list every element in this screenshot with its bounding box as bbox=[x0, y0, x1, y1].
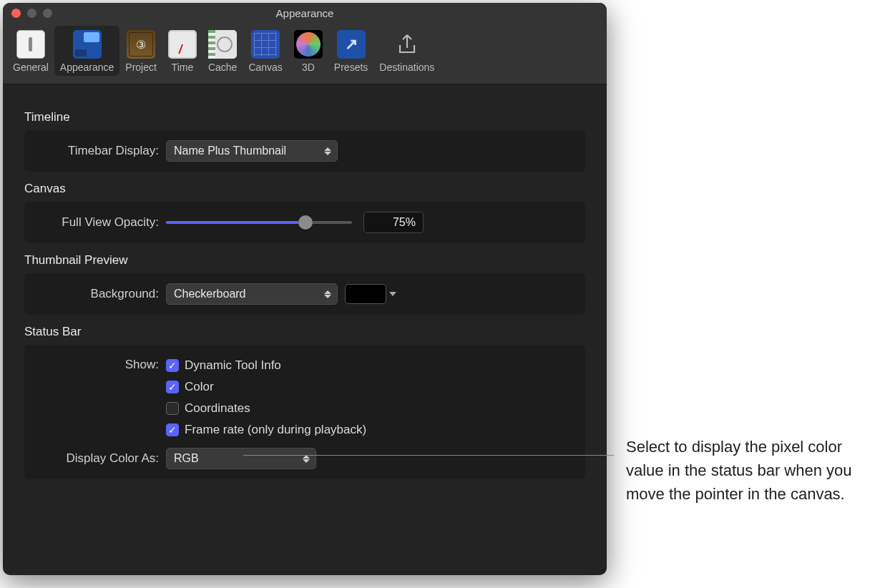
thumbnail-panel: Background: Checkerboard bbox=[24, 273, 585, 315]
check-label: Frame rate (only during playback) bbox=[185, 423, 366, 437]
callout-text: Select to display the pixel color value … bbox=[626, 435, 862, 506]
section-title-canvas: Canvas bbox=[24, 182, 585, 196]
project-icon bbox=[127, 30, 155, 59]
show-coordinates[interactable]: Coordinates bbox=[166, 398, 366, 419]
canvas-panel: Full View Opacity: 75% bbox=[24, 202, 585, 243]
select-value: RGB bbox=[174, 452, 199, 465]
tab-canvas[interactable]: Canvas bbox=[243, 26, 288, 76]
tab-label: Time bbox=[172, 62, 194, 73]
tab-cache[interactable]: Cache bbox=[202, 26, 243, 76]
tab-presets[interactable]: Presets bbox=[328, 26, 373, 76]
3d-icon bbox=[294, 30, 323, 59]
full-view-opacity-slider[interactable] bbox=[166, 215, 352, 230]
preferences-window: Appearance General Appearance Project Ti… bbox=[3, 3, 607, 575]
timebar-display-label: Timebar Display: bbox=[37, 144, 159, 158]
background-label: Background: bbox=[37, 287, 159, 301]
full-view-opacity-label: Full View Opacity: bbox=[37, 215, 159, 230]
select-value: Checkerboard bbox=[174, 288, 246, 300]
timeline-panel: Timebar Display: Name Plus Thumbnail bbox=[24, 130, 585, 172]
display-color-as-select[interactable]: RGB bbox=[166, 448, 316, 469]
check-icon: ✓ bbox=[168, 382, 177, 392]
tab-label: Presets bbox=[334, 62, 368, 73]
tab-label: 3D bbox=[302, 62, 315, 73]
chevron-updown-icon bbox=[303, 452, 311, 465]
prefs-content: Timeline Timebar Display: Name Plus Thum… bbox=[3, 84, 607, 495]
window-controls bbox=[3, 9, 52, 18]
chevron-updown-icon bbox=[324, 144, 333, 157]
section-title-status: Status Bar bbox=[24, 325, 585, 339]
tab-label: Destinations bbox=[379, 62, 434, 73]
check-icon: ✓ bbox=[168, 425, 177, 435]
tab-label: Cache bbox=[208, 62, 237, 73]
tab-general[interactable]: General bbox=[7, 26, 54, 76]
time-icon bbox=[168, 30, 197, 59]
status-panel: Show: ✓ Dynamic Tool Info ✓ Color Coordi… bbox=[24, 345, 585, 479]
chevron-down-icon[interactable] bbox=[389, 292, 396, 296]
window-title: Appearance bbox=[3, 7, 607, 19]
checkbox[interactable]: ✓ bbox=[166, 423, 179, 436]
chevron-updown-icon bbox=[324, 288, 333, 300]
display-color-as-label: Display Color As: bbox=[37, 451, 159, 466]
minimize-button[interactable] bbox=[27, 9, 36, 18]
tab-label: Project bbox=[125, 62, 157, 73]
section-title-timeline: Timeline bbox=[24, 110, 585, 124]
check-label: Dynamic Tool Info bbox=[185, 358, 281, 373]
prefs-toolbar: General Appearance Project Time Cache Ca… bbox=[3, 23, 607, 84]
timebar-display-select[interactable]: Name Plus Thumbnail bbox=[166, 140, 338, 162]
checkbox[interactable]: ✓ bbox=[166, 359, 179, 372]
background-select[interactable]: Checkerboard bbox=[166, 283, 338, 305]
titlebar: Appearance bbox=[3, 3, 607, 23]
background-color-swatch[interactable] bbox=[345, 284, 386, 304]
check-label: Color bbox=[185, 380, 214, 394]
tab-appearance[interactable]: Appearance bbox=[54, 26, 120, 76]
show-label: Show: bbox=[37, 355, 159, 372]
check-label: Coordinates bbox=[185, 401, 250, 416]
show-dynamic-tool-info[interactable]: ✓ Dynamic Tool Info bbox=[166, 355, 366, 376]
show-color[interactable]: ✓ Color bbox=[166, 376, 366, 398]
section-title-thumbnail: Thumbnail Preview bbox=[24, 253, 585, 268]
check-icon: ✓ bbox=[168, 361, 177, 371]
slider-thumb[interactable] bbox=[298, 215, 313, 230]
tab-label: Appearance bbox=[60, 62, 114, 73]
show-frame-rate[interactable]: ✓ Frame rate (only during playback) bbox=[166, 419, 366, 441]
cache-icon bbox=[208, 30, 237, 59]
select-value: Name Plus Thumbnail bbox=[174, 144, 286, 157]
destinations-icon bbox=[393, 30, 421, 59]
callout-leader-line bbox=[243, 455, 614, 456]
checkbox[interactable]: ✓ bbox=[166, 381, 179, 393]
general-icon bbox=[16, 30, 45, 59]
tab-destinations[interactable]: Destinations bbox=[373, 26, 440, 76]
close-button[interactable] bbox=[11, 9, 21, 18]
canvas-icon bbox=[251, 30, 280, 59]
tab-project[interactable]: Project bbox=[119, 26, 162, 76]
presets-icon bbox=[337, 30, 366, 59]
tab-3d[interactable]: 3D bbox=[288, 26, 328, 76]
tab-label: Canvas bbox=[248, 62, 282, 73]
appearance-icon bbox=[73, 30, 102, 59]
tab-label: General bbox=[13, 62, 49, 73]
checkbox[interactable] bbox=[166, 402, 179, 415]
zoom-button[interactable] bbox=[43, 9, 52, 18]
full-view-opacity-value[interactable]: 75% bbox=[363, 212, 424, 233]
tab-time[interactable]: Time bbox=[162, 26, 202, 76]
